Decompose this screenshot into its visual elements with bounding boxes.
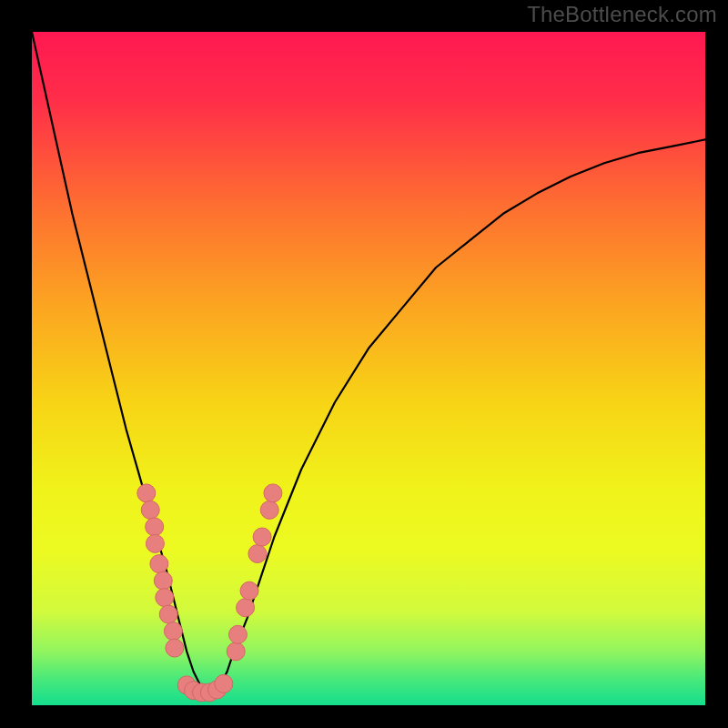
data-marker bbox=[237, 599, 255, 617]
data-marker bbox=[156, 589, 174, 607]
data-marker bbox=[253, 528, 271, 546]
data-marker bbox=[150, 555, 168, 573]
bottleneck-chart bbox=[32, 32, 705, 705]
data-marker bbox=[228, 625, 247, 643]
chart-frame: TheBottleneck.com bbox=[0, 0, 728, 728]
data-marker bbox=[264, 484, 282, 502]
data-marker bbox=[166, 639, 184, 657]
gradient-background bbox=[32, 32, 705, 705]
data-marker bbox=[141, 500, 159, 519]
data-marker bbox=[164, 622, 182, 641]
data-marker bbox=[248, 545, 267, 563]
data-marker bbox=[146, 534, 164, 552]
watermark-text: TheBottleneck.com bbox=[527, 2, 717, 27]
data-marker bbox=[159, 605, 177, 623]
data-marker bbox=[260, 500, 278, 519]
data-marker bbox=[154, 571, 172, 590]
data-marker bbox=[146, 518, 164, 536]
plot-area bbox=[32, 32, 705, 705]
data-marker bbox=[215, 674, 233, 693]
data-marker bbox=[227, 642, 245, 661]
data-marker bbox=[240, 581, 258, 600]
data-marker bbox=[137, 484, 156, 502]
